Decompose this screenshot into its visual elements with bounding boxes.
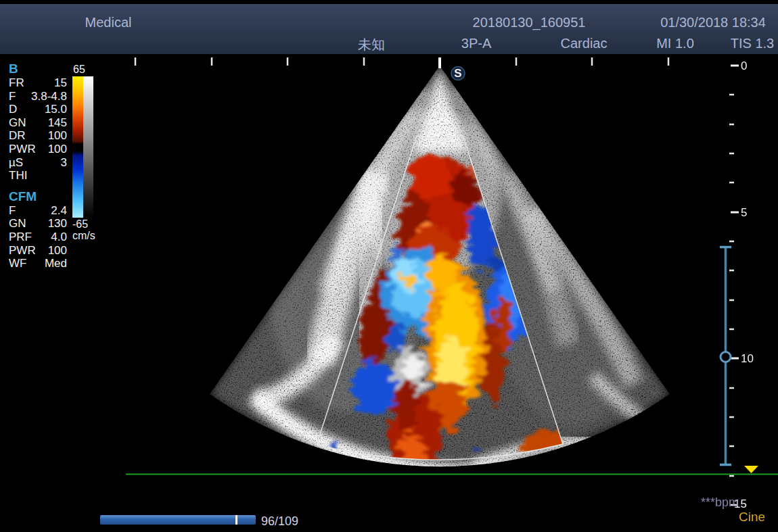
cine-progress-bar[interactable] <box>100 515 256 525</box>
depth-label-10: 10 <box>741 352 754 365</box>
focus-depth-bar[interactable] <box>720 247 731 465</box>
cine-mode-label: Cine <box>739 510 765 525</box>
heart-rate-display: ***bpm <box>701 495 739 510</box>
sweep-cursor-triangle[interactable] <box>744 466 758 473</box>
focus-marker-circle[interactable] <box>720 352 731 362</box>
orientation-marker-letter: S <box>454 67 461 80</box>
frame-counter: 96/109 <box>261 514 298 529</box>
depth-ruler: 0 5 10 <box>729 59 754 505</box>
depth-label-5: 5 <box>741 206 747 219</box>
velocity-min-label: -65 <box>72 218 88 231</box>
ultrasound-image: S 0 <box>0 0 778 532</box>
cine-position-marker[interactable] <box>235 515 237 525</box>
orientation-marker: S <box>451 67 465 80</box>
velocity-unit-label: cm/s <box>72 230 95 242</box>
top-scale-ticks <box>135 57 668 68</box>
depth-label-0: 0 <box>741 59 747 72</box>
ultrasound-screen: Medical 20180130_160951 01/30/2018 18:34… <box>0 0 778 532</box>
